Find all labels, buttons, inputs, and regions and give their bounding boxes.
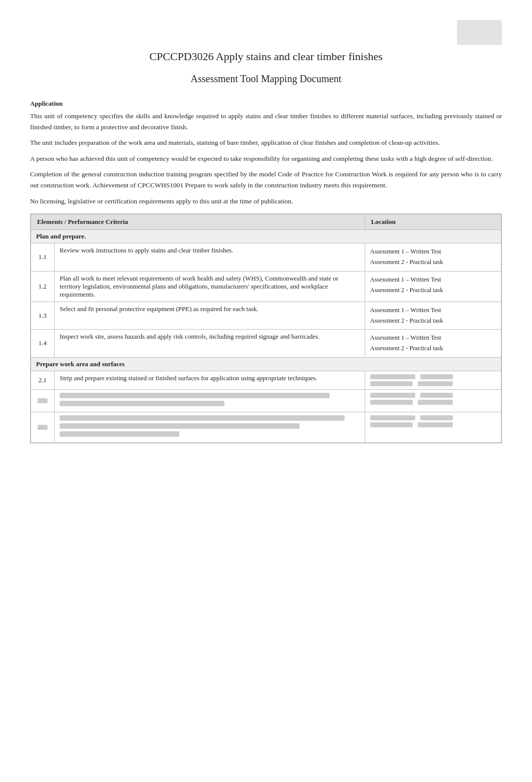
- table-row: 1.2 Plan all work to meet relevant requi…: [31, 271, 501, 302]
- logo-area: [30, 20, 502, 45]
- table-row: [31, 412, 501, 442]
- paragraph-3: A person who has achieved this unit of c…: [30, 153, 502, 164]
- location-cell: [365, 389, 501, 412]
- criteria-cell: Review work instructions to apply stains…: [54, 243, 365, 272]
- criteria-cell: Plan all work to meet relevant requireme…: [54, 271, 365, 302]
- location-cell: Assessment 1 – Written Test Assessment 2…: [365, 271, 501, 302]
- criteria-cell: Strip and prepare existing stained or fi…: [54, 371, 365, 389]
- group-row-1: Plan and prepare.: [31, 230, 501, 243]
- sub-title: Assessment Tool Mapping Document: [30, 73, 502, 85]
- group-label-2: Prepare work area and surfaces: [31, 357, 501, 371]
- table-row: 2.1 Strip and prepare existing stained o…: [31, 371, 501, 389]
- criteria-cell-blurred: [54, 412, 365, 442]
- paragraph-4: Completion of the general construction i…: [30, 169, 502, 190]
- main-title: CPCCPD3026 Apply stains and clear timber…: [30, 50, 502, 63]
- row-number: [31, 389, 55, 412]
- paragraph-1: This unit of competency specifies the sk…: [30, 111, 502, 132]
- col-location-header: Location: [365, 214, 501, 230]
- application-label: Application: [30, 100, 502, 108]
- row-number: 1.3: [31, 302, 55, 330]
- criteria-cell: Inspect work site, assess hazards and ap…: [54, 330, 365, 358]
- location-cell: [365, 371, 501, 389]
- group-row-2: Prepare work area and surfaces: [31, 357, 501, 371]
- table-row: 1.1 Review work instructions to apply st…: [31, 243, 501, 272]
- criteria-cell: Select and fit personal protective equip…: [54, 302, 365, 330]
- location-cell: [365, 412, 501, 442]
- location-cell: Assessment 1 – Written Test Assessment 2…: [365, 302, 501, 330]
- paragraph-2: The unit includes preparation of the wor…: [30, 137, 502, 148]
- row-number: [31, 412, 55, 442]
- row-number: 1.4: [31, 330, 55, 358]
- table-row: [31, 389, 501, 412]
- group-label-1: Plan and prepare.: [31, 230, 501, 243]
- organization-logo: [457, 20, 502, 45]
- table-row: 1.3 Select and fit personal protective e…: [31, 302, 501, 330]
- row-number: 1.1: [31, 243, 55, 272]
- row-number: 1.2: [31, 271, 55, 302]
- row-number: 2.1: [31, 371, 55, 389]
- location-cell: Assessment 1 – Written Test Assessment 2…: [365, 243, 501, 272]
- col-criteria-header: Elements / Performance Criteria: [31, 214, 365, 230]
- paragraph-5: No licensing, legislative or certificati…: [30, 196, 502, 207]
- mapping-table: Elements / Performance Criteria Location…: [30, 213, 502, 443]
- application-section: Application This unit of competency spec…: [30, 100, 502, 206]
- criteria-cell-blurred: [54, 389, 365, 412]
- location-cell: Assessment 1 – Written Test Assessment 2…: [365, 330, 501, 358]
- table-row: 1.4 Inspect work site, assess hazards an…: [31, 330, 501, 358]
